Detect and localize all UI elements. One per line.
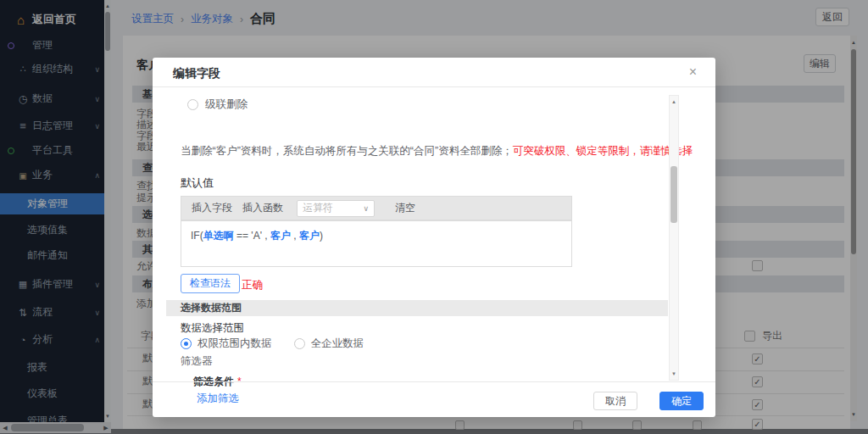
modal-header: 编辑字段 × xyxy=(153,58,715,87)
formula-editor[interactable]: IF(单选啊 == 'A' , 客户 , 客户) xyxy=(181,220,572,267)
cascade-delete-label: 级联删除 xyxy=(205,97,248,112)
clear-button[interactable]: 清空 xyxy=(395,201,415,215)
radio-option[interactable]: 权限范围内数据 xyxy=(181,337,272,351)
formula-field-token: 客户 xyxy=(299,230,320,242)
formula-field-token: 单选啊 xyxy=(203,230,234,242)
data-range-radio-group: 权限范围内数据 全企业数据 xyxy=(181,337,386,351)
modal-scrollbar[interactable]: ▲ ▼ xyxy=(669,95,679,381)
scroll-up-icon[interactable]: ▲ xyxy=(670,97,678,106)
modal-scrollbar-thumb[interactable] xyxy=(670,166,677,223)
operator-select[interactable]: 运算符 ∨ xyxy=(297,200,375,217)
formula-field-token: 客户 xyxy=(270,230,291,242)
radio-icon xyxy=(187,99,198,110)
modal-footer: 取消 确定 xyxy=(153,381,715,417)
radio-option[interactable]: 全企业数据 xyxy=(294,337,364,351)
check-syntax-button[interactable]: 检查语法 xyxy=(181,274,240,293)
app-screen: ⌂ 返回首页 管理 组织结构 数据 xyxy=(0,0,868,434)
filter-label: 筛选器 xyxy=(181,354,213,369)
warning-text: 可突破权限、锁定等限制，请谨慎选择 xyxy=(513,145,693,157)
radio-icon xyxy=(181,338,192,349)
cascade-description: 当删除“客户”资料时，系统自动将所有与之关联的“合同”资料全部删除；可突破权限、… xyxy=(181,144,693,159)
formula-expression: IF(单选啊 == 'A' , 客户 , 客户) xyxy=(191,229,323,243)
data-range-label: 数据选择范围 xyxy=(181,321,244,336)
confirm-button[interactable]: 确定 xyxy=(659,392,704,410)
modal-title: 编辑字段 xyxy=(173,66,220,81)
edit-field-modal: 编辑字段 × 级联删除 当删除“客户”资料时，系统自动将所有与之关联的“合同”资… xyxy=(153,58,715,417)
insert-function-button[interactable]: 插入函数 xyxy=(242,201,283,215)
scroll-down-icon[interactable]: ▼ xyxy=(670,370,678,378)
formula-toolbar: 插入字段 插入函数 运算符 ∨ 清空 xyxy=(181,196,572,220)
operator-placeholder: 运算符 xyxy=(303,201,333,215)
chevron-down-icon: ∨ xyxy=(363,204,369,213)
radio-option-label: 权限范围内数据 xyxy=(198,337,272,351)
insert-field-button[interactable]: 插入字段 xyxy=(192,201,232,215)
cancel-button[interactable]: 取消 xyxy=(593,392,637,410)
default-value-label: 默认值 xyxy=(181,175,214,191)
radio-icon xyxy=(294,338,305,349)
radio-option-label: 全企业数据 xyxy=(311,337,364,351)
data-range-section-title: 选择数据范围 xyxy=(181,302,242,314)
cascade-delete-radio[interactable]: 级联删除 xyxy=(187,97,248,112)
modal-body: 级联删除 当删除“客户”资料时，系统自动将所有与之关联的“合同”资料全部删除；可… xyxy=(166,88,668,412)
close-icon[interactable]: × xyxy=(689,64,697,80)
data-range-section-bar: 选择数据范围 xyxy=(166,300,668,316)
check-result-text: 正确 xyxy=(242,278,263,292)
